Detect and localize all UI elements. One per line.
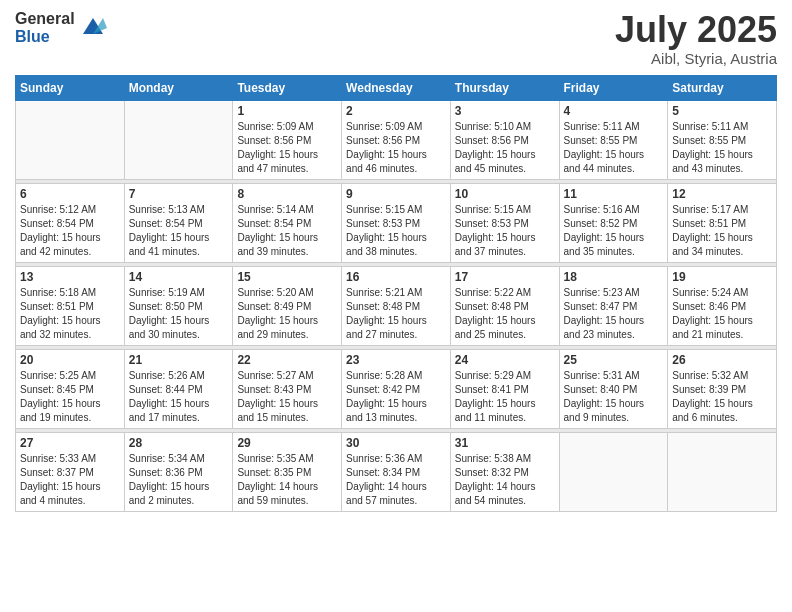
col-monday: Monday [124, 75, 233, 100]
day-info: Sunrise: 5:25 AM Sunset: 8:45 PM Dayligh… [20, 369, 120, 425]
day-number: 12 [672, 187, 772, 201]
day-number: 20 [20, 353, 120, 367]
table-row: 6Sunrise: 5:12 AM Sunset: 8:54 PM Daylig… [16, 183, 125, 262]
col-sunday: Sunday [16, 75, 125, 100]
table-row [668, 432, 777, 511]
day-number: 15 [237, 270, 337, 284]
logo-blue: Blue [15, 28, 75, 46]
table-row: 16Sunrise: 5:21 AM Sunset: 8:48 PM Dayli… [342, 266, 451, 345]
table-row: 1Sunrise: 5:09 AM Sunset: 8:56 PM Daylig… [233, 100, 342, 179]
table-row: 13Sunrise: 5:18 AM Sunset: 8:51 PM Dayli… [16, 266, 125, 345]
table-row [559, 432, 668, 511]
day-info: Sunrise: 5:36 AM Sunset: 8:34 PM Dayligh… [346, 452, 446, 508]
table-row: 4Sunrise: 5:11 AM Sunset: 8:55 PM Daylig… [559, 100, 668, 179]
table-row: 23Sunrise: 5:28 AM Sunset: 8:42 PM Dayli… [342, 349, 451, 428]
day-info: Sunrise: 5:27 AM Sunset: 8:43 PM Dayligh… [237, 369, 337, 425]
table-row: 10Sunrise: 5:15 AM Sunset: 8:53 PM Dayli… [450, 183, 559, 262]
day-number: 11 [564, 187, 664, 201]
day-number: 5 [672, 104, 772, 118]
calendar-week-row: 27Sunrise: 5:33 AM Sunset: 8:37 PM Dayli… [16, 432, 777, 511]
table-row: 7Sunrise: 5:13 AM Sunset: 8:54 PM Daylig… [124, 183, 233, 262]
day-info: Sunrise: 5:11 AM Sunset: 8:55 PM Dayligh… [564, 120, 664, 176]
calendar: Sunday Monday Tuesday Wednesday Thursday… [15, 75, 777, 512]
table-row: 17Sunrise: 5:22 AM Sunset: 8:48 PM Dayli… [450, 266, 559, 345]
day-info: Sunrise: 5:19 AM Sunset: 8:50 PM Dayligh… [129, 286, 229, 342]
day-number: 18 [564, 270, 664, 284]
logo-icon [79, 14, 107, 42]
day-info: Sunrise: 5:38 AM Sunset: 8:32 PM Dayligh… [455, 452, 555, 508]
day-number: 8 [237, 187, 337, 201]
day-info: Sunrise: 5:13 AM Sunset: 8:54 PM Dayligh… [129, 203, 229, 259]
day-info: Sunrise: 5:34 AM Sunset: 8:36 PM Dayligh… [129, 452, 229, 508]
day-info: Sunrise: 5:14 AM Sunset: 8:54 PM Dayligh… [237, 203, 337, 259]
calendar-week-row: 1Sunrise: 5:09 AM Sunset: 8:56 PM Daylig… [16, 100, 777, 179]
day-info: Sunrise: 5:22 AM Sunset: 8:48 PM Dayligh… [455, 286, 555, 342]
table-row: 29Sunrise: 5:35 AM Sunset: 8:35 PM Dayli… [233, 432, 342, 511]
calendar-week-row: 13Sunrise: 5:18 AM Sunset: 8:51 PM Dayli… [16, 266, 777, 345]
day-info: Sunrise: 5:28 AM Sunset: 8:42 PM Dayligh… [346, 369, 446, 425]
table-row [16, 100, 125, 179]
table-row: 8Sunrise: 5:14 AM Sunset: 8:54 PM Daylig… [233, 183, 342, 262]
table-row: 20Sunrise: 5:25 AM Sunset: 8:45 PM Dayli… [16, 349, 125, 428]
day-number: 19 [672, 270, 772, 284]
day-number: 23 [346, 353, 446, 367]
title-section: July 2025 Aibl, Styria, Austria [615, 10, 777, 67]
day-number: 29 [237, 436, 337, 450]
day-number: 27 [20, 436, 120, 450]
day-number: 10 [455, 187, 555, 201]
day-info: Sunrise: 5:23 AM Sunset: 8:47 PM Dayligh… [564, 286, 664, 342]
table-row: 27Sunrise: 5:33 AM Sunset: 8:37 PM Dayli… [16, 432, 125, 511]
calendar-week-row: 20Sunrise: 5:25 AM Sunset: 8:45 PM Dayli… [16, 349, 777, 428]
table-row: 18Sunrise: 5:23 AM Sunset: 8:47 PM Dayli… [559, 266, 668, 345]
table-row: 12Sunrise: 5:17 AM Sunset: 8:51 PM Dayli… [668, 183, 777, 262]
day-number: 2 [346, 104, 446, 118]
day-number: 7 [129, 187, 229, 201]
day-info: Sunrise: 5:33 AM Sunset: 8:37 PM Dayligh… [20, 452, 120, 508]
day-number: 3 [455, 104, 555, 118]
day-info: Sunrise: 5:29 AM Sunset: 8:41 PM Dayligh… [455, 369, 555, 425]
calendar-week-row: 6Sunrise: 5:12 AM Sunset: 8:54 PM Daylig… [16, 183, 777, 262]
day-info: Sunrise: 5:09 AM Sunset: 8:56 PM Dayligh… [237, 120, 337, 176]
day-info: Sunrise: 5:09 AM Sunset: 8:56 PM Dayligh… [346, 120, 446, 176]
day-number: 30 [346, 436, 446, 450]
table-row [124, 100, 233, 179]
table-row: 3Sunrise: 5:10 AM Sunset: 8:56 PM Daylig… [450, 100, 559, 179]
table-row: 14Sunrise: 5:19 AM Sunset: 8:50 PM Dayli… [124, 266, 233, 345]
logo-text: General Blue [15, 10, 75, 45]
table-row: 9Sunrise: 5:15 AM Sunset: 8:53 PM Daylig… [342, 183, 451, 262]
calendar-header-row: Sunday Monday Tuesday Wednesday Thursday… [16, 75, 777, 100]
table-row: 22Sunrise: 5:27 AM Sunset: 8:43 PM Dayli… [233, 349, 342, 428]
table-row: 24Sunrise: 5:29 AM Sunset: 8:41 PM Dayli… [450, 349, 559, 428]
day-info: Sunrise: 5:20 AM Sunset: 8:49 PM Dayligh… [237, 286, 337, 342]
day-number: 16 [346, 270, 446, 284]
day-info: Sunrise: 5:35 AM Sunset: 8:35 PM Dayligh… [237, 452, 337, 508]
col-wednesday: Wednesday [342, 75, 451, 100]
day-number: 22 [237, 353, 337, 367]
table-row: 28Sunrise: 5:34 AM Sunset: 8:36 PM Dayli… [124, 432, 233, 511]
day-info: Sunrise: 5:12 AM Sunset: 8:54 PM Dayligh… [20, 203, 120, 259]
day-info: Sunrise: 5:16 AM Sunset: 8:52 PM Dayligh… [564, 203, 664, 259]
day-number: 9 [346, 187, 446, 201]
day-number: 21 [129, 353, 229, 367]
logo-general: General [15, 10, 75, 28]
day-info: Sunrise: 5:24 AM Sunset: 8:46 PM Dayligh… [672, 286, 772, 342]
day-number: 13 [20, 270, 120, 284]
month-title: July 2025 [615, 10, 777, 50]
header: General Blue July 2025 Aibl, Styria, Aus… [15, 10, 777, 67]
table-row: 21Sunrise: 5:26 AM Sunset: 8:44 PM Dayli… [124, 349, 233, 428]
day-info: Sunrise: 5:26 AM Sunset: 8:44 PM Dayligh… [129, 369, 229, 425]
logo: General Blue [15, 10, 107, 45]
page: General Blue July 2025 Aibl, Styria, Aus… [0, 0, 792, 612]
day-number: 24 [455, 353, 555, 367]
day-number: 31 [455, 436, 555, 450]
day-number: 4 [564, 104, 664, 118]
day-info: Sunrise: 5:10 AM Sunset: 8:56 PM Dayligh… [455, 120, 555, 176]
table-row: 11Sunrise: 5:16 AM Sunset: 8:52 PM Dayli… [559, 183, 668, 262]
day-info: Sunrise: 5:31 AM Sunset: 8:40 PM Dayligh… [564, 369, 664, 425]
table-row: 2Sunrise: 5:09 AM Sunset: 8:56 PM Daylig… [342, 100, 451, 179]
col-tuesday: Tuesday [233, 75, 342, 100]
table-row: 31Sunrise: 5:38 AM Sunset: 8:32 PM Dayli… [450, 432, 559, 511]
col-friday: Friday [559, 75, 668, 100]
day-info: Sunrise: 5:21 AM Sunset: 8:48 PM Dayligh… [346, 286, 446, 342]
day-info: Sunrise: 5:15 AM Sunset: 8:53 PM Dayligh… [455, 203, 555, 259]
